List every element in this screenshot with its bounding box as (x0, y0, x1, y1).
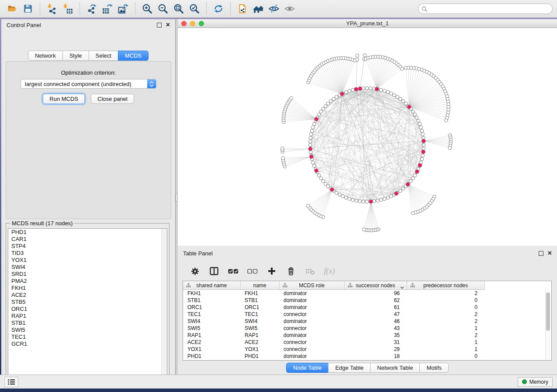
toolbar-separator (230, 3, 231, 15)
mcds-result-item[interactable]: RAP1 (8, 313, 167, 320)
import-network-button[interactable] (44, 2, 60, 16)
toolbar-separator (135, 3, 135, 15)
column-header-name[interactable]: name (240, 281, 279, 290)
add-button[interactable] (267, 266, 277, 276)
close-panel-button[interactable]: Close panel (91, 94, 134, 104)
search-box[interactable] (418, 3, 553, 14)
table-row[interactable]: STB1STB1dominator620 (183, 297, 484, 304)
export-image-button[interactable] (115, 2, 131, 16)
export-document-share-button[interactable] (235, 2, 250, 16)
mcds-result-item[interactable]: ACE2 (8, 292, 167, 299)
task-history-button[interactable] (4, 377, 18, 387)
column-header-successor-nodes[interactable]: successor nodes (344, 281, 407, 290)
tab-network[interactable]: Network (28, 51, 63, 61)
column-header-shared-name[interactable]: shared name (183, 281, 240, 290)
table-panel: Table Panel × f(x) shared namenameMCDS r… (178, 246, 557, 375)
mcds-result-item[interactable]: STB1 (8, 320, 167, 327)
column-header-predecessor-nodes[interactable]: predecessor nodes (407, 281, 484, 290)
mcds-result-item[interactable]: FKH1 (8, 285, 167, 292)
memory-button[interactable]: Memory (518, 377, 553, 387)
network-window-title: YPA_prune.txt_1 (178, 20, 557, 27)
table-row[interactable]: TEC1TEC1connector472 (183, 311, 484, 318)
search-input[interactable] (429, 5, 549, 12)
table-scrollbar[interactable] (545, 291, 550, 359)
zoom-out-button[interactable] (155, 2, 171, 16)
table-row[interactable]: RAP1RAP1dominator352 (183, 332, 484, 339)
run-mcds-button[interactable]: Run MCDS (43, 94, 85, 104)
table-row[interactable]: PHD1PHD1dominator180 (183, 353, 484, 360)
save-session-button[interactable] (20, 2, 36, 16)
mcds-result-item[interactable]: SWI5 (8, 327, 167, 334)
mcds-result-item[interactable]: TEC1 (8, 334, 167, 340)
table-tab-motifs[interactable]: Motifs (419, 363, 449, 373)
table-tab-node-table[interactable]: Node Table (286, 363, 329, 373)
mcds-result-group: MCDS result (17 nodes) PHD1CAR1STP4TID3Y… (6, 220, 170, 385)
table-row[interactable]: ORC1ORC1dominator610 (183, 304, 484, 311)
zoom-out-icon (158, 3, 168, 14)
table-row[interactable]: FKH1FKH1dominator962 (183, 290, 484, 297)
tab-select[interactable]: Select (89, 51, 118, 61)
delete-button[interactable] (286, 266, 296, 276)
criterion-select[interactable]: largest connected component (undirected) (21, 79, 156, 89)
mcds-result-item[interactable]: SRD1 (8, 271, 167, 278)
tab-style[interactable]: Style (62, 51, 89, 61)
table-row[interactable]: YOX1YOX1connector291 (183, 346, 484, 353)
zoom-fit-icon (173, 3, 184, 14)
optimization-criterion-label: Optimization criterion: (6, 69, 171, 76)
open-file-button[interactable] (4, 2, 20, 16)
list-icon (8, 379, 15, 385)
control-panel-title: Control Panel (7, 22, 41, 28)
mcds-result-item[interactable]: TID3 (8, 250, 167, 257)
mcds-result-list[interactable]: PHD1CAR1STP4TID3YOX1SWI4SRD1PMA2FKH1ACE2… (8, 228, 167, 383)
table-scrollbar-thumb[interactable] (546, 292, 550, 331)
mcds-result-item[interactable]: PHD1 (8, 229, 167, 236)
tab-mcds[interactable]: MCDS (118, 51, 149, 61)
table-tab-edge-table[interactable]: Edge Table (328, 363, 370, 373)
toolbar-separator (206, 3, 207, 15)
table-row[interactable]: SWI4SWI4dominator462 (183, 318, 484, 325)
mcds-result-item[interactable]: PMA2 (8, 278, 167, 285)
columns-button[interactable] (209, 266, 219, 276)
network-canvas[interactable] (178, 28, 557, 246)
refresh-layout-button[interactable] (211, 2, 226, 16)
function-builder-disabled-button: f(x) (325, 266, 334, 276)
mcds-result-item[interactable]: GCR1 (8, 340, 167, 347)
export-network-button[interactable] (84, 2, 100, 16)
select-all-checkboxes-button[interactable] (228, 266, 238, 276)
hide-eye-slash-button[interactable] (266, 2, 282, 16)
network-overview-homes-button[interactable] (250, 2, 266, 16)
zoom-fit-button[interactable] (171, 2, 187, 16)
import-table-button[interactable] (60, 2, 76, 16)
table-row[interactable]: ACE2ACE2connector311 (183, 339, 484, 346)
mcds-result-item[interactable]: YOX1 (8, 257, 167, 264)
mcds-result-item[interactable]: STP4 (8, 243, 167, 250)
close-table-panel-icon[interactable]: × (548, 251, 552, 255)
gear-icon (190, 267, 200, 276)
network-graph[interactable] (178, 28, 557, 246)
gear-button[interactable] (190, 266, 200, 276)
deselect-all-checkboxes-icon (247, 268, 258, 275)
export-document-share-icon (237, 3, 248, 14)
mcds-result-item[interactable]: STB5 (8, 299, 167, 306)
network-overview-homes-icon (253, 3, 264, 14)
deselect-all-checkboxes-button[interactable] (248, 266, 257, 276)
zoom-selected-button[interactable] (187, 2, 202, 16)
table-tab-network-table[interactable]: Network Table (370, 363, 420, 373)
export-image-icon (118, 3, 128, 14)
close-panel-icon[interactable]: × (166, 23, 170, 27)
result-list-scrollbar[interactable] (161, 229, 167, 382)
mcds-result-item[interactable]: SWI4 (8, 264, 167, 271)
table-row[interactable]: SWI5SWI5connector431 (183, 325, 484, 332)
application-window: Control Panel × NetworkStyleSelectMCDS O… (0, 0, 557, 392)
table-panel-title: Table Panel (183, 250, 213, 257)
delete-table-disabled-icon (305, 267, 315, 275)
column-header-MCDS-role[interactable]: MCDS role (279, 281, 344, 290)
mcds-result-item[interactable]: ORC1 (8, 306, 167, 313)
export-network-icon (86, 3, 97, 14)
mcds-result-item[interactable]: CAR1 (8, 236, 167, 243)
float-table-panel-icon[interactable] (539, 251, 543, 256)
export-table-button[interactable] (100, 2, 115, 16)
node-table: shared namenameMCDS rolesuccessor nodesp… (183, 281, 552, 361)
float-panel-icon[interactable] (157, 23, 162, 28)
zoom-in-button[interactable] (139, 2, 155, 16)
